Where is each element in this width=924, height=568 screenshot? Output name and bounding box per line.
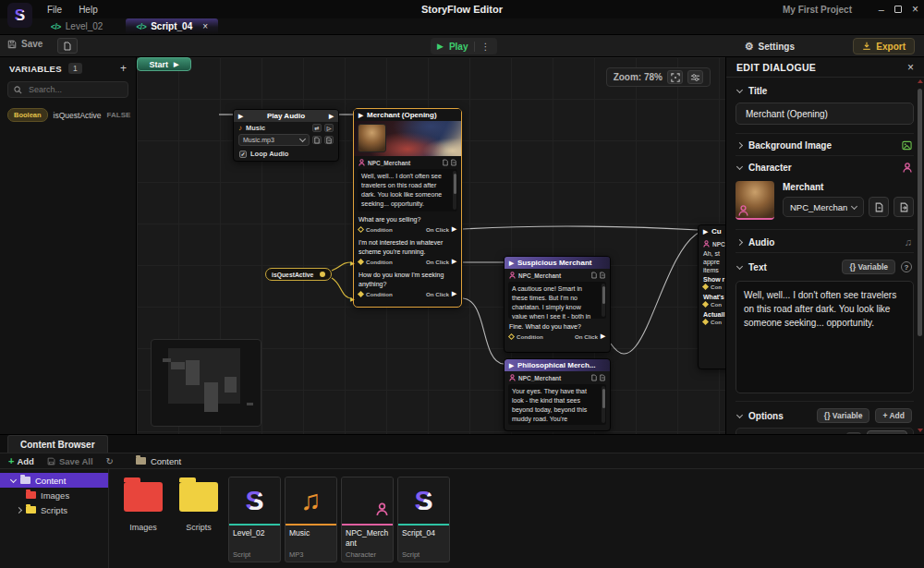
scroll-up-icon[interactable] [918,79,923,83]
variable-output-port[interactable] [320,272,325,277]
document-open-icon[interactable] [600,272,605,279]
input-port[interactable]: ▶ [238,113,243,120]
asset-card-music[interactable]: ♫ Music MP3 [285,477,337,562]
chevron-down-icon[interactable] [10,476,17,482]
node-graph-canvas[interactable]: Zoom: 78% Start ▶ ▶ Play Audio ▶ ♪ Music [137,57,725,434]
refresh-icon[interactable]: ↻ [106,456,114,466]
loop-audio-checkbox[interactable]: ✓ Loop Audio [234,147,338,161]
document-icon[interactable] [591,272,597,279]
output-port[interactable]: ▶ [452,290,456,297]
locate-file-button[interactable] [324,136,334,144]
menu-file[interactable]: File [39,5,70,15]
node-partial-right[interactable]: ▶ Cu NPC_ Ah, st appre items Show r Con … [698,224,725,369]
option-row[interactable]: ⠿ What are you selling? 1 Delete [736,428,914,434]
dialogue-text-editor[interactable]: Well, well... I don't often see traveler… [736,281,914,393]
condition-port[interactable] [508,333,515,340]
swap-audio-button[interactable]: ⇄ [312,124,322,132]
content-browser-tab[interactable]: Content Browser [7,435,108,453]
input-port[interactable]: ▶ [509,362,514,369]
node-header[interactable]: ▶ Play Audio ▶ [234,110,338,122]
condition-port[interactable] [702,319,709,325]
panel-scrollbar[interactable] [917,79,923,432]
folder-item-images[interactable]: Images [116,475,170,532]
insert-variable-button[interactable]: {} Variable [817,408,870,423]
play-options-menu[interactable]: ⋮ [474,42,491,52]
preview-audio-button[interactable]: ▷ [324,124,334,132]
character-dropdown[interactable]: NPC_Merchant [783,197,864,217]
settings-button[interactable]: ⚙ Settings [737,38,802,54]
dialogue-text-preview[interactable]: Your eyes. They have that look - the kin… [508,384,606,425]
output-port[interactable]: ▶ [601,332,605,340]
tree-item-content[interactable]: Content [0,473,108,488]
title-input[interactable] [736,103,914,125]
node-philosophical-merchant[interactable]: ▶ Philosophical Merch... NPC_Merchant Yo… [504,358,611,431]
node-header[interactable]: ▶ Suspicious Merchant [505,257,610,269]
play-icon[interactable]: ▶ [437,42,444,51]
tab-close-icon[interactable]: × [202,21,208,31]
title-input-field[interactable] [744,108,906,120]
insert-variable-button[interactable]: {} Variable [842,260,895,274]
add-option-button[interactable]: + Add [875,408,912,423]
window-close-button[interactable]: × [912,3,918,16]
output-port[interactable]: ▶ [329,113,334,120]
tab-level-02[interactable]: </> Level_02 [41,18,113,34]
input-port[interactable]: ▶ [509,260,514,267]
dialogue-option[interactable]: How do you know I'm seeking anything? Co… [354,270,461,299]
document-icon[interactable] [443,159,448,166]
help-icon[interactable]: ? [901,261,912,272]
scrollbar[interactable] [602,386,605,423]
dialogue-option[interactable]: I'm not interested in whatever scheme yo… [354,237,461,267]
tree-item-images[interactable]: Images [0,488,108,502]
new-script-button[interactable] [57,38,78,54]
input-port[interactable]: ▶ [703,228,708,236]
fit-view-button[interactable] [667,70,683,84]
menu-help[interactable]: Help [70,5,106,15]
chevron-right-icon[interactable] [16,506,22,513]
section-text[interactable]: Text {} Variable ? [736,252,914,279]
minimap[interactable] [151,339,261,427]
dialogue-text-preview[interactable]: A cautious one! Smart in these times. Bu… [508,282,606,319]
asset-card-npc-merchant[interactable]: NPC_Merchant Character [341,477,394,562]
dialogue-option[interactable]: What are you selling? Condition On Click… [354,214,461,235]
asset-card-level-02[interactable]: SS Level_02 Script [228,477,281,562]
save-all-button[interactable]: Save All [47,456,93,466]
section-audio[interactable]: Audio ♫ [736,229,914,252]
variables-search[interactable] [7,81,128,98]
document-open-icon[interactable] [451,159,456,166]
section-title[interactable]: Title [736,79,914,101]
play-button[interactable]: Play [449,42,468,52]
browse-file-button[interactable] [312,136,322,144]
export-button[interactable]: Export [853,38,915,54]
asset-card-script-04[interactable]: SS Script_04 Script [397,477,450,562]
condition-input-port[interactable]: ▶ [350,296,355,302]
canvas-settings-button[interactable] [687,70,703,84]
document-open-icon[interactable] [600,374,605,381]
character-thumbnail[interactable] [736,181,774,220]
scrollbar[interactable] [453,171,456,210]
section-character[interactable]: Character [736,155,914,177]
output-port[interactable]: ▶ [174,61,178,68]
window-maximize-button[interactable] [894,6,902,13]
window-minimize-button[interactable]: – [879,4,884,15]
node-play-audio[interactable]: ▶ Play Audio ▶ ♪ Music ⇄ ▷ Music.mp3 [233,109,339,162]
condition-port[interactable] [702,284,709,290]
section-options[interactable]: Options {} Variable + Add [736,401,914,428]
dialogue-text-preview[interactable]: Well, well... I don't often see traveler… [358,169,457,211]
add-content-button[interactable]: + Add [8,455,34,466]
output-port[interactable]: ▶ [452,258,456,265]
audio-file-dropdown[interactable]: Music.mp3 [238,134,310,146]
breadcrumb[interactable]: Content [136,456,181,466]
save-button[interactable]: Save [7,39,43,49]
tree-item-scripts[interactable]: Scripts [0,502,108,517]
document-icon[interactable] [591,374,597,381]
condition-port[interactable] [702,301,709,308]
node-variable-isquestactive[interactable]: isQuestActive [265,268,332,281]
condition-port[interactable] [358,259,364,265]
folder-item-scripts[interactable]: Scripts [172,475,225,532]
variable-row[interactable]: Boolean isQuestActive FALSE [0,105,136,125]
search-input[interactable] [27,84,119,95]
scrollbar[interactable] [602,284,605,317]
variable-value[interactable]: FALSE [107,111,131,119]
panel-close-button[interactable]: × [907,61,914,74]
condition-port[interactable] [358,291,364,297]
